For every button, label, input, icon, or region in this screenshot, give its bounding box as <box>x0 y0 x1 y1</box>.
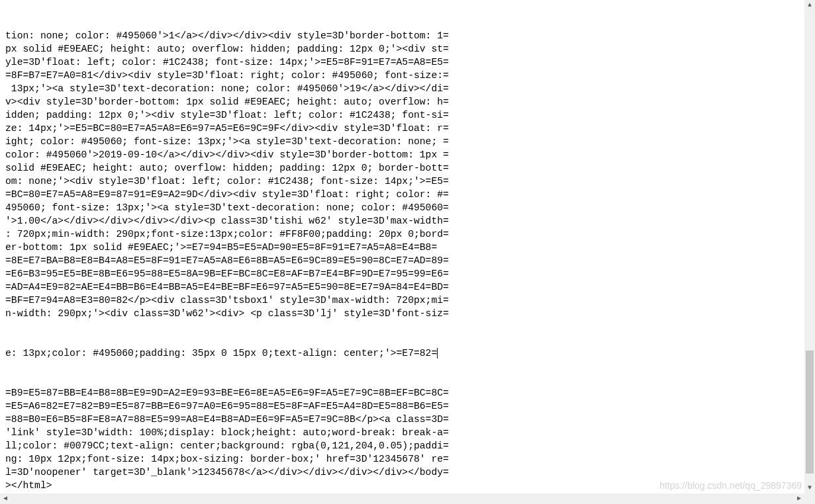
code-line: =8E=E7=BA=B8=E8=B4=A8=E5=8F=91=E7=A5=A8=… <box>5 254 799 267</box>
code-line: 13px;'><a style=3D'text-decoration: none… <box>5 82 799 95</box>
code-line: er-bottom: 1px solid #E9EAEC;'>=E7=94=B5… <box>5 241 799 254</box>
code-line: 495060; font-size: 13px;'><a style=3D'te… <box>5 201 799 214</box>
code-line: : 720px;min-width: 290px;font-size:13px;… <box>5 228 799 241</box>
scroll-right-arrow[interactable]: ▶ <box>794 493 804 504</box>
terminal-output: tion: none; color: #495060'>1</a></div><… <box>0 0 804 493</box>
code-line-cursor: e: 13px;color: #495060;padding: 35px 0 1… <box>5 347 799 360</box>
vertical-scroll-track[interactable] <box>804 11 815 483</box>
code-line: ng: 10px 12px;font-size: 14px;box-sizing… <box>5 452 799 466</box>
code-line: =8F=B7=E7=A0=81</div><div style=3D'float… <box>5 69 799 82</box>
code-line: =BF=E7=94=A8=E3=80=82</p><div class=3D't… <box>5 294 799 307</box>
code-line: '>1.00</a></div></div></div></div><p cla… <box>5 214 799 228</box>
code-line: om: none;'><div style=3D'float: left; co… <box>5 175 799 188</box>
text-cursor <box>437 348 438 358</box>
scroll-left-arrow[interactable]: ◀ <box>0 493 11 504</box>
horizontal-scrollbar[interactable]: ◀ ▶ <box>0 493 804 504</box>
vertical-scrollbar[interactable]: ▲ ▼ <box>804 0 815 493</box>
code-line: 'link' style=3D'width: 100%;display: blo… <box>5 426 799 439</box>
code-line: ight; color: #495060; font-size: 13px;'>… <box>5 135 799 148</box>
scroll-corner <box>804 493 815 504</box>
code-line: ></html> <box>5 479 799 492</box>
code-line: n-width: 290px;'><div class=3D'w62'><div… <box>5 307 799 320</box>
code-line: =AD=A4=E9=82=AE=E4=BB=B6=E4=BB=A5=E4=BE=… <box>5 280 799 294</box>
code-line: ze: 14px;'>=E5=BC=80=E7=A5=A8=E6=97=A5=E… <box>5 122 799 135</box>
code-line: =B9=E5=87=BB=E4=B8=8B=E9=9D=A2=E9=93=BE=… <box>5 386 799 399</box>
vertical-scroll-thumb[interactable] <box>806 351 814 474</box>
code-line: px solid #E9EAEC; height: auto; overflow… <box>5 42 799 56</box>
code-line: =E6=B3=95=E5=BE=8B=E6=95=88=E5=8A=9B=EF=… <box>5 267 799 280</box>
scroll-up-arrow[interactable]: ▲ <box>804 0 815 11</box>
code-line: =E5=A6=82=E7=82=B9=E5=87=BB=E6=97=A0=E6=… <box>5 399 799 413</box>
code-line: color: #495060'>2019-09-10</a></div></di… <box>5 148 799 161</box>
code-line: solid #E9EAEC; height: auto; overflow: h… <box>5 161 799 175</box>
code-line: =88=B0=E6=B5=8F=E8=A7=88=E5=99=A8=E4=B8=… <box>5 413 799 426</box>
code-line: l=3D'noopener' target=3D'_blank'>1234567… <box>5 466 799 479</box>
scroll-down-arrow[interactable]: ▼ <box>804 483 815 493</box>
code-line: idden; padding: 12px 0;'><div style=3D'f… <box>5 108 799 122</box>
code-line: yle=3D'float: left; color: #1C2438; font… <box>5 56 799 69</box>
code-line: ll;color: #0079CC;text-align: center;bac… <box>5 439 799 452</box>
horizontal-scroll-track[interactable] <box>11 493 794 504</box>
code-line: =BC=80=E7=A5=A8=E9=87=91=E9=A2=9D</div><… <box>5 188 799 201</box>
viewport: tion: none; color: #495060'>1</a></div><… <box>0 0 815 504</box>
cursor-line-text: e: 13px;color: #495060;padding: 35px 0 1… <box>5 348 437 358</box>
code-line: tion: none; color: #495060'>1</a></div><… <box>5 29 799 42</box>
code-line: v><div style=3D'border-bottom: 1px solid… <box>5 95 799 108</box>
